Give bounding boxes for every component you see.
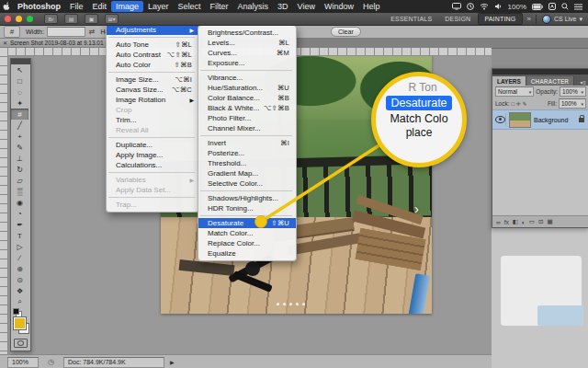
zoom-window-button[interactable] bbox=[27, 16, 33, 22]
menu-item[interactable]: Auto Color ⇧⌘B bbox=[107, 60, 198, 70]
background-layer-row[interactable]: Background bbox=[492, 109, 588, 130]
menu-item[interactable]: Vibrance... bbox=[198, 73, 296, 83]
menubar-photoshop[interactable]: Photoshop bbox=[13, 1, 65, 12]
move-tool[interactable]: ↖ bbox=[11, 64, 28, 75]
menu-item[interactable]: Curves... ⌘M bbox=[198, 48, 296, 58]
workspace-overflow-button[interactable]: » bbox=[525, 15, 534, 23]
menu-item[interactable]: Apply Image... bbox=[107, 150, 198, 160]
link-layers-icon[interactable]: ∞ bbox=[496, 219, 501, 225]
menu-item[interactable]: Trim... bbox=[107, 115, 198, 125]
menu-item[interactable]: Photo Filter... bbox=[198, 113, 296, 123]
blur-tool[interactable]: ◉ bbox=[11, 197, 28, 208]
menu-item[interactable]: Threshold... bbox=[198, 158, 296, 168]
menu-item[interactable]: Adjustments ▶ bbox=[107, 25, 198, 35]
menu-item[interactable]: Channel Mixer... bbox=[198, 123, 296, 133]
eyedropper-tool[interactable]: ╱ bbox=[11, 120, 28, 131]
menu-item[interactable]: Auto Tone ⇧⌘L bbox=[107, 40, 198, 50]
menubar-window[interactable]: Window bbox=[320, 1, 358, 12]
menu-item[interactable]: Hue/Saturation... ⌘U bbox=[198, 83, 296, 93]
panel-menu-icon[interactable]: ▾≡ bbox=[577, 79, 588, 86]
menubar-filter[interactable]: Filter bbox=[206, 1, 233, 12]
menu-item[interactable]: Match Color... bbox=[198, 228, 296, 238]
menubar-help[interactable]: Help bbox=[358, 1, 385, 12]
crop-tool-preset-icon[interactable]: # bbox=[4, 26, 20, 38]
spotlight-icon[interactable] bbox=[561, 3, 569, 10]
menu-item[interactable]: Exposure... bbox=[198, 58, 296, 68]
adjustment-layer-icon[interactable]: ◐ bbox=[522, 219, 526, 225]
clear-button[interactable]: Clear bbox=[331, 27, 361, 37]
menu-item[interactable]: Brightness/Contrast... bbox=[198, 28, 296, 38]
menu-item[interactable]: Apply Data Set... bbox=[107, 185, 198, 195]
lasso-tool[interactable]: ◌ bbox=[11, 86, 28, 98]
menubar-file[interactable]: File bbox=[65, 1, 88, 12]
volume-icon[interactable] bbox=[494, 3, 503, 10]
workspace-design[interactable]: DESIGN bbox=[439, 14, 476, 24]
dodge-tool[interactable]: ◔ bbox=[11, 208, 28, 219]
menu-item[interactable]: Shadows/Highlights... bbox=[198, 193, 296, 203]
wifi-icon[interactable] bbox=[480, 3, 489, 10]
history-brush-tool[interactable]: ↻ bbox=[11, 164, 28, 175]
view-extras-icon[interactable]: ▤ bbox=[64, 14, 78, 24]
menu-item[interactable]: HDR Toning... bbox=[198, 203, 296, 213]
menu-item[interactable]: Trap... bbox=[107, 200, 198, 210]
brush-tool[interactable]: ✎ bbox=[11, 142, 28, 153]
pen-tool[interactable]: ✒ bbox=[11, 219, 28, 230]
healing-brush-tool[interactable]: + bbox=[11, 131, 28, 142]
menu-item[interactable]: Desaturate ⇧⌘U bbox=[198, 218, 296, 228]
menu-item[interactable]: Canvas Size... ⌥⌘C bbox=[107, 85, 198, 95]
display-icon[interactable] bbox=[452, 3, 461, 10]
workspace-essentials[interactable]: ESSENTIALS bbox=[385, 14, 437, 24]
zoom-tool[interactable]: ⌕ bbox=[11, 296, 28, 307]
menubar-3d[interactable]: 3D bbox=[273, 1, 293, 12]
3d-rotate-tool[interactable]: ⊕ bbox=[11, 263, 28, 274]
zoom-level-icon[interactable]: ▣ bbox=[85, 14, 98, 24]
input-source-icon[interactable] bbox=[548, 3, 556, 10]
close-tab-icon[interactable]: ✕ bbox=[3, 40, 7, 46]
menubar-layer[interactable]: Layer bbox=[143, 1, 174, 12]
menu-item[interactable]: Invert ⌘I bbox=[198, 138, 296, 148]
apple-menu-icon[interactable] bbox=[0, 2, 13, 12]
3d-orbit-tool[interactable]: ⊙ bbox=[11, 274, 28, 285]
menu-item[interactable]: Crop bbox=[107, 105, 198, 115]
menu-item[interactable]: Equalize bbox=[198, 248, 296, 259]
blend-mode-select[interactable]: Normal▾ bbox=[495, 86, 534, 97]
layer-mask-icon[interactable]: ◧ bbox=[513, 218, 518, 225]
path-selection-tool[interactable]: ▷ bbox=[11, 241, 28, 252]
menu-item[interactable]: Levels... ⌘L bbox=[198, 38, 296, 48]
hand-tool[interactable]: ❖ bbox=[11, 285, 28, 296]
carousel-next-icon[interactable]: › bbox=[414, 201, 419, 216]
opacity-input[interactable]: 100%▾ bbox=[560, 86, 586, 97]
menu-item[interactable]: Color Balance... ⌘B bbox=[198, 93, 296, 103]
menu-item[interactable]: Selective Color... bbox=[198, 178, 296, 189]
foreground-color-swatch[interactable] bbox=[14, 317, 26, 329]
menubar-select[interactable]: Select bbox=[174, 1, 206, 12]
menu-item[interactable]: Calculations... bbox=[107, 160, 198, 170]
menu-item[interactable]: Replace Color... bbox=[198, 238, 296, 248]
launch-bridge-icon[interactable]: Br bbox=[44, 14, 58, 24]
cs-live-button[interactable]: CS Live ▾ bbox=[536, 15, 582, 24]
battery-icon[interactable] bbox=[532, 4, 543, 10]
menubar-image[interactable]: Image bbox=[111, 1, 143, 12]
zoom-level-field[interactable]: 100% bbox=[7, 357, 39, 368]
menu-item[interactable]: Gradient Map... bbox=[198, 168, 296, 178]
line-tool[interactable]: ∕ bbox=[11, 252, 28, 263]
eraser-tool[interactable]: ▱ bbox=[11, 175, 28, 186]
menubar-edit[interactable]: Edit bbox=[88, 1, 112, 12]
minimize-window-button[interactable] bbox=[16, 16, 22, 22]
type-tool[interactable]: T bbox=[11, 230, 28, 241]
menu-item[interactable]: Auto Contrast ⌥⇧⌘L bbox=[107, 50, 198, 60]
workspace-painting[interactable]: PAINTING bbox=[478, 13, 522, 25]
menu-item[interactable]: Black & White... ⌥⇧⌘B bbox=[198, 103, 296, 113]
quick-mask-icon[interactable] bbox=[14, 339, 28, 348]
clock-icon[interactable] bbox=[467, 3, 474, 10]
delete-layer-icon[interactable]: ▦ bbox=[547, 218, 552, 225]
tab-character[interactable]: CHARACTER bbox=[526, 76, 574, 86]
layer-group-icon[interactable]: ▭ bbox=[529, 218, 535, 225]
menubar-analysis[interactable]: Analysis bbox=[233, 1, 274, 12]
notification-center-icon[interactable] bbox=[574, 4, 582, 10]
screen-mode-icon[interactable]: ⊞▾ bbox=[105, 14, 119, 24]
menu-item[interactable]: Image Size... ⌥⌘I bbox=[107, 75, 198, 85]
layer-visibility-toggle[interactable] bbox=[495, 113, 506, 126]
menu-item[interactable]: Posterize... bbox=[198, 148, 296, 158]
close-window-button[interactable] bbox=[5, 16, 11, 22]
